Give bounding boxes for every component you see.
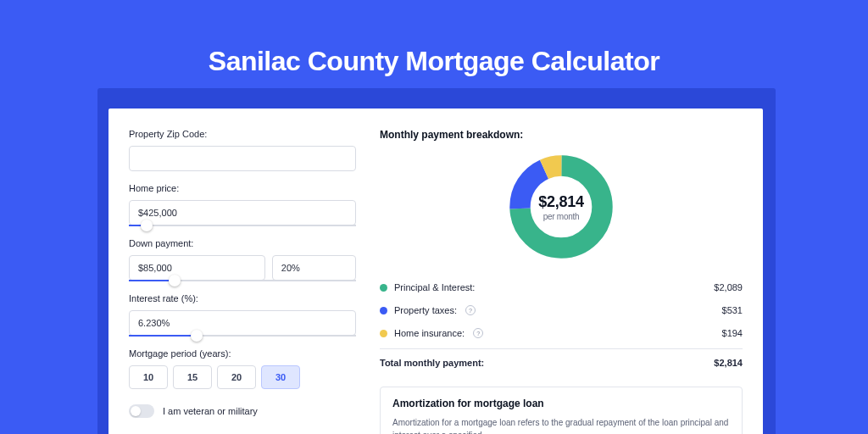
stage: Sanilac County Mortgage Calculator Prope…: [0, 0, 868, 434]
help-icon[interactable]: ?: [473, 328, 483, 338]
legend-label: Home insurance:?: [380, 328, 483, 338]
period-options: 10152030: [129, 365, 356, 389]
down-slider-thumb[interactable]: [169, 275, 181, 287]
legend-text: Principal & Interest:: [394, 282, 475, 292]
rate-slider-fill: [129, 335, 197, 337]
legend-row: Principal & Interest:$2,089: [380, 276, 743, 299]
amortization-card: Amortization for mortgage loan Amortizat…: [380, 387, 743, 434]
donut-chart: $2,814 per month: [507, 153, 615, 261]
donut-value: $2,814: [538, 193, 583, 211]
legend-text: Property taxes:: [394, 305, 457, 315]
price-slider-thumb[interactable]: [141, 220, 153, 231]
field-veteran: I am veteran or military: [129, 404, 356, 418]
label-zip: Property Zip Code:: [129, 129, 356, 139]
calculator-panel: Property Zip Code: Home price: Down paym…: [108, 108, 763, 434]
field-zip: Property Zip Code:: [129, 129, 356, 171]
period-option-10[interactable]: 10: [129, 365, 168, 389]
rate-input[interactable]: [129, 310, 356, 336]
label-veteran: I am veteran or military: [163, 406, 258, 416]
period-option-20[interactable]: 20: [217, 365, 256, 389]
legend-label: Property taxes:?: [380, 305, 476, 315]
veteran-toggle-knob: [131, 406, 141, 416]
field-rate: Interest rate (%):: [129, 293, 356, 337]
legend-value: $531: [722, 305, 743, 315]
zip-input[interactable]: [129, 146, 356, 171]
period-option-15[interactable]: 15: [173, 365, 212, 389]
legend-value: $194: [722, 328, 743, 338]
donut-wrap: $2,814 per month: [380, 147, 743, 270]
label-period: Mortgage period (years):: [129, 348, 356, 359]
breakdown-title: Monthly payment breakdown:: [380, 129, 743, 141]
field-period: Mortgage period (years): 10152030: [129, 348, 356, 389]
legend-row: Property taxes:?$531: [380, 299, 743, 322]
amortization-text: Amortization for a mortgage loan refers …: [392, 416, 730, 434]
label-down: Down payment:: [129, 238, 356, 248]
field-down: Down payment:: [129, 238, 356, 281]
price-input[interactable]: [129, 200, 356, 225]
legend: Principal & Interest:$2,089Property taxe…: [380, 276, 743, 375]
down-amount-input[interactable]: [129, 255, 265, 281]
help-icon[interactable]: ?: [465, 305, 476, 315]
legend-text: Home insurance:: [394, 328, 465, 338]
down-slider-fill: [129, 280, 175, 281]
label-price: Home price:: [129, 183, 356, 193]
legend-swatch: [380, 307, 387, 314]
rate-slider[interactable]: [129, 335, 356, 337]
page-title: Sanilac County Mortgage Calculator: [0, 46, 868, 77]
legend-value: $2,089: [714, 282, 743, 292]
donut-center: $2,814 per month: [507, 153, 615, 261]
inputs-column: Property Zip Code: Home price: Down paym…: [108, 108, 368, 434]
label-rate: Interest rate (%):: [129, 293, 356, 303]
legend-label: Principal & Interest:: [380, 282, 475, 292]
down-pct-input[interactable]: [272, 255, 356, 281]
veteran-toggle[interactable]: [129, 404, 154, 418]
down-slider[interactable]: [129, 280, 356, 281]
legend-total-row: Total monthly payment:$2,814: [380, 348, 743, 375]
donut-sub: per month: [543, 212, 579, 221]
legend-total-label: Total monthly payment:: [380, 358, 484, 368]
period-option-30[interactable]: 30: [261, 365, 300, 389]
results-column: Monthly payment breakdown: $2,814 per mo…: [368, 108, 763, 434]
field-price: Home price:: [129, 183, 356, 226]
amortization-title: Amortization for mortgage loan: [392, 398, 730, 409]
legend-total-value: $2,814: [714, 358, 743, 368]
legend-swatch: [380, 284, 387, 292]
legend-swatch: [380, 330, 387, 337]
rate-slider-thumb[interactable]: [191, 330, 203, 342]
price-slider[interactable]: [129, 225, 356, 226]
legend-row: Home insurance:?$194: [380, 322, 743, 345]
